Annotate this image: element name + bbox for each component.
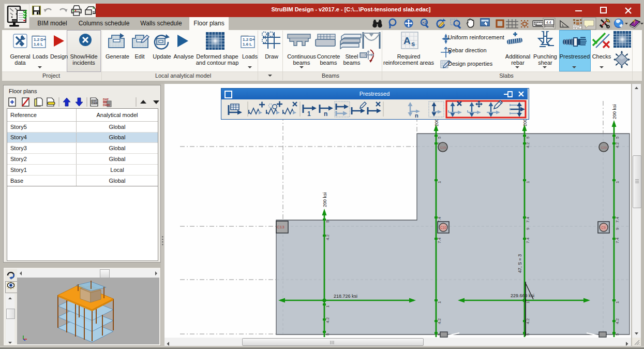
svg-text:4.2: 4.2 <box>526 142 530 148</box>
svg-text:5: 5 <box>526 333 530 336</box>
svg-text:DWG: DWG <box>92 102 98 105</box>
svg-text:1: 1 <box>615 301 620 303</box>
svg-text:5: 5 <box>615 333 620 336</box>
svg-text:×2: ×2 <box>422 20 427 25</box>
svg-text:5: 5 <box>325 333 330 336</box>
svg-text:200 ksi: 200 ksi <box>612 104 617 119</box>
svg-text:7.4: 7.4 <box>615 237 620 243</box>
svg-text:5: 5 <box>526 136 530 139</box>
svg-text:1.2 D+: 1.2 D+ <box>243 37 255 42</box>
svg-text:4.2: 4.2 <box>615 142 620 148</box>
svg-text:n: n <box>415 112 418 119</box>
svg-text:1.6 L: 1.6 L <box>243 42 252 47</box>
svg-text:7.4: 7.4 <box>526 237 530 243</box>
svg-text:1: 1 <box>526 301 530 303</box>
svg-text:s: s <box>411 40 415 48</box>
svg-text:1: 1 <box>615 181 620 183</box>
svg-text:1: 1 <box>437 181 442 183</box>
svg-text:1: 1 <box>307 110 311 118</box>
svg-text:5: 5 <box>615 136 620 139</box>
svg-text:1: 1 <box>437 301 442 303</box>
svg-text:5: 5 <box>437 136 442 139</box>
svg-text:47, S = 3: 47, S = 3 <box>517 254 522 273</box>
svg-text:1: 1 <box>325 305 330 308</box>
svg-text:C9: C9 <box>602 226 606 229</box>
svg-text:4.2: 4.2 <box>615 318 620 324</box>
svg-text:7.4: 7.4 <box>526 216 530 223</box>
svg-text:C13: C13 <box>277 225 284 229</box>
svg-text:DXF: DXF <box>103 98 109 101</box>
svg-text:5: 5 <box>325 220 330 223</box>
svg-text:4.2: 4.2 <box>325 234 330 240</box>
svg-text:1: 1 <box>526 181 530 183</box>
svg-text:200 ksi: 200 ksi <box>322 192 327 207</box>
svg-text:1.2 D+: 1.2 D+ <box>34 37 46 42</box>
svg-text:7.4: 7.4 <box>615 216 620 223</box>
svg-text:1.6 L: 1.6 L <box>34 42 43 47</box>
svg-text:229.669 ksi: 229.669 ksi <box>511 293 534 298</box>
svg-text:4.2: 4.2 <box>437 318 442 324</box>
svg-text:4.2: 4.2 <box>526 318 530 324</box>
svg-text:C19: C19 <box>440 146 446 149</box>
svg-text:n: n <box>324 110 327 118</box>
svg-text:C10: C10 <box>440 226 446 229</box>
svg-text:DWG: DWG <box>103 104 110 107</box>
svg-text:A: A <box>403 35 411 46</box>
svg-text:218.726 ksi: 218.726 ksi <box>334 294 357 299</box>
svg-text:9: 9 <box>615 227 620 230</box>
svg-text:C20: C20 <box>601 146 607 149</box>
svg-text:9: 9 <box>526 227 530 230</box>
svg-text:7.4: 7.4 <box>437 237 442 243</box>
svg-text:4.4: 4.4 <box>546 21 551 24</box>
svg-text:4.2: 4.2 <box>325 317 330 323</box>
